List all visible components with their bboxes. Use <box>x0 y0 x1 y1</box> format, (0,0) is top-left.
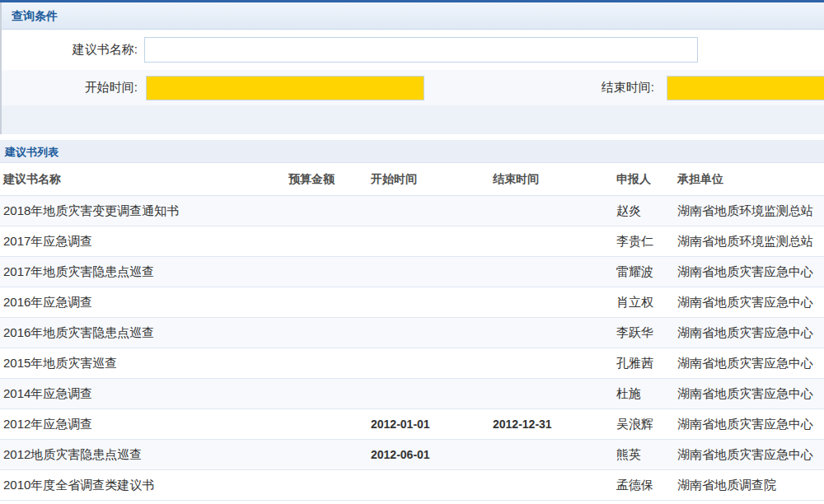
cell-name: 2012年应急调查 <box>0 417 285 432</box>
start-time-input[interactable] <box>146 76 424 100</box>
table-row[interactable]: 2010年度全省调查类建议书 孟德保 湖南省地质调查院 <box>0 470 824 501</box>
cell-unit: 湖南省地质调查院 <box>674 478 824 493</box>
cell-name: 2010年度全省调查类建议书 <box>0 478 285 493</box>
cell-name: 2014年应急调查 <box>0 386 285 402</box>
table-row[interactable]: 2015年地质灾害巡查 孔雅茜 湖南省地质灾害应急中心 <box>0 348 824 379</box>
cell-name: 2018年地质灾害变更调查通知书 <box>0 203 285 219</box>
cell-applicant: 熊英 <box>611 447 674 463</box>
section-gap <box>0 134 824 140</box>
cell-name: 2017年应急调查 <box>0 234 285 250</box>
cell-applicant: 雷耀波 <box>611 264 674 280</box>
list-section-title: 建议书列表 <box>5 146 59 158</box>
cell-unit: 湖南省地质灾害应急中心 <box>674 264 824 280</box>
cell-name: 2017年地质灾害隐患点巡查 <box>0 264 285 280</box>
table-row[interactable]: 2017年应急调查 李贵仁 湖南省地质环境监测总站 <box>0 226 824 257</box>
table-row[interactable]: 2014年应急调查 杜施 湖南省地质灾害应急中心 <box>0 379 824 409</box>
cell-name: 2012地质灾害隐患点巡查 <box>0 447 285 463</box>
cell-end: 2012-12-31 <box>489 418 611 431</box>
cell-unit: 湖南省地质灾害应急中心 <box>674 325 824 341</box>
column-header-unit: 承担单位 <box>674 172 824 187</box>
proposal-name-label: 建议书名称: <box>2 30 138 70</box>
cell-unit: 湖南省地质灾害应急中心 <box>674 386 824 402</box>
column-header-applicant: 申报人 <box>611 172 674 187</box>
cell-name: 2016年应急调查 <box>0 295 285 310</box>
cell-unit: 湖南省地质灾害应急中心 <box>674 295 824 310</box>
cell-applicant: 李贵仁 <box>611 234 674 250</box>
table-header-row: 建议书名称 预算金额 开始时间 结束时间 申报人 承担单位 <box>0 163 824 196</box>
column-header-start: 开始时间 <box>368 172 489 187</box>
cell-applicant: 孔雅茜 <box>611 356 674 371</box>
table-row[interactable]: 2012地质灾害隐患点巡查 2012-06-01 熊英 湖南省地质灾害应急中心 <box>0 440 824 470</box>
list-section-header: 建议书列表 <box>0 140 824 163</box>
query-panel-header: 查询条件 <box>2 2 824 30</box>
cell-name: 2015年地质灾害巡查 <box>0 356 285 371</box>
query-panel-footer <box>2 105 824 134</box>
proposal-name-input[interactable] <box>144 37 698 63</box>
cell-start: 2012-01-01 <box>368 418 489 431</box>
end-time-label: 结束时间: <box>555 70 654 105</box>
query-form-row-name: 建议书名称: <box>2 30 824 70</box>
cell-unit: 湖南省地质灾害应急中心 <box>674 417 824 432</box>
cell-applicant: 李跃华 <box>611 325 674 341</box>
table-row[interactable]: 2017年地质灾害隐患点巡查 雷耀波 湖南省地质灾害应急中心 <box>0 257 824 287</box>
cell-applicant: 肖立权 <box>611 295 674 310</box>
cell-applicant: 杜施 <box>611 386 674 402</box>
query-form-row-dates: 开始时间: 结束时间: <box>2 70 824 105</box>
cell-unit: 湖南省地质环境监测总站 <box>674 234 824 250</box>
table-row[interactable]: 2016年地质灾害隐患点巡查 李跃华 湖南省地质灾害应急中心 <box>0 318 824 348</box>
table-row[interactable]: 2012年应急调查 2012-01-01 2012-12-31 吴浪辉 湖南省地… <box>0 409 824 440</box>
query-panel: 查询条件 建议书名称: 开始时间: 结束时间: <box>0 2 824 134</box>
cell-unit: 湖南省地质环境监测总站 <box>674 203 824 219</box>
column-header-budget: 预算金额 <box>285 172 368 187</box>
cell-applicant: 赵炎 <box>611 203 674 219</box>
start-time-label: 开始时间: <box>2 70 138 105</box>
column-header-end: 结束时间 <box>489 172 611 187</box>
cell-unit: 湖南省地质灾害应急中心 <box>674 356 824 371</box>
table-row[interactable]: 2018年地质灾害变更调查通知书 赵炎 湖南省地质环境监测总站 <box>0 196 824 226</box>
end-time-input[interactable] <box>667 76 824 100</box>
cell-name: 2016年地质灾害隐患点巡查 <box>0 325 285 341</box>
cell-applicant: 孟德保 <box>611 478 674 493</box>
cell-applicant: 吴浪辉 <box>611 417 674 432</box>
table-row[interactable]: 2016年应急调查 肖立权 湖南省地质灾害应急中心 <box>0 287 824 318</box>
cell-unit: 湖南省地质灾害应急中心 <box>674 447 824 463</box>
query-panel-title: 查询条件 <box>12 9 58 22</box>
column-header-name: 建议书名称 <box>0 172 285 187</box>
table-body: 2018年地质灾害变更调查通知书 赵炎 湖南省地质环境监测总站 2017年应急调… <box>0 196 824 501</box>
cell-start: 2012-06-01 <box>368 448 489 461</box>
